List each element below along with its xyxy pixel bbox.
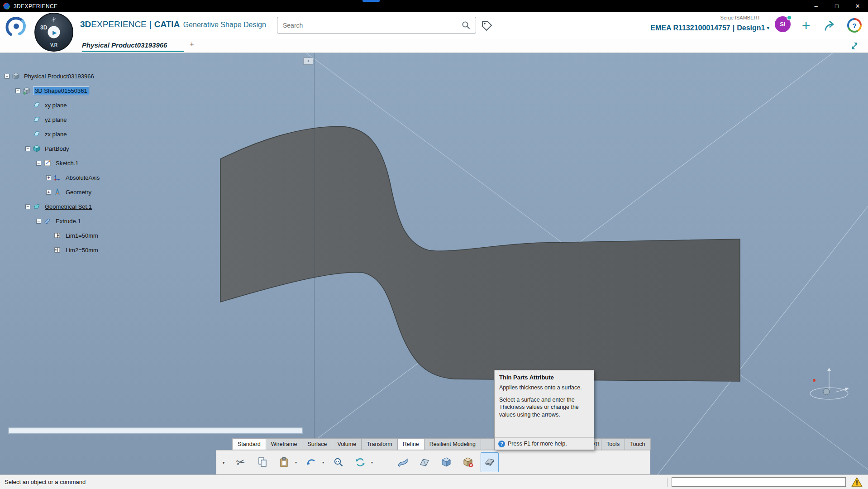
partbody-icon [33,144,41,153]
search-input[interactable] [277,22,457,29]
tree-item-xy-plane[interactable]: xy plane [0,98,101,112]
tree-item-partbody[interactable]: − PartBody [0,141,101,156]
tree-item-label: xy plane [43,101,68,109]
tree-item-label: Sketch.1 [54,159,80,167]
tree-item-geometry[interactable]: + Geometry [0,185,101,199]
copy-button[interactable] [253,452,272,472]
3d-compass-widget[interactable]: 3D ▶ V.R [34,13,73,52]
restore-viewport-icon[interactable] [849,41,860,51]
tab-physical-product[interactable]: Physical Product03193966 [82,39,167,52]
warning-icon[interactable] [851,477,863,487]
extruded-surface[interactable] [220,126,740,381]
tree-item-lim1[interactable]: Lim1=50mm [0,228,101,243]
add-content-button[interactable]: + [797,16,815,35]
undo-dropdown[interactable]: ▾ [320,460,326,465]
compass-play-button[interactable]: ▶ [48,26,60,38]
geometry-icon [53,188,62,196]
cut-button[interactable]: ✂ [232,452,250,472]
tree-item-physical-product[interactable]: − Physical Product03193966 [0,69,101,83]
tree-expander[interactable]: − [25,146,30,151]
ribbon-tab-volume[interactable]: Volume [332,438,362,450]
tenant-selector[interactable]: EMEA R1132100014757|Design1▾ [602,24,769,32]
tree-item-label: Physical Product03193966 [23,72,95,80]
compass-vr-label[interactable]: V.R [50,43,57,48]
dassault-3ds-logo-icon[interactable] [5,14,28,39]
chevron-down-icon[interactable]: ▾ [767,25,769,30]
search-icon[interactable] [457,17,476,33]
tooltip-body-2: Select a surface and enter the Thickness… [499,396,589,419]
document-tabbar: Physical Product03193966 + [0,39,868,53]
tree-item-absolute-axis[interactable]: + AbsoluteAxis [0,170,101,185]
tree-item-geometrical-set[interactable]: − Geometrical Set.1 [0,199,101,214]
sweep-surface-button[interactable] [394,452,412,472]
new-tab-button[interactable]: + [187,40,196,49]
tree-item-label: Geometrical Set.1 [43,203,93,211]
tree-panel-collapse-button[interactable]: ‹ [303,58,313,65]
close-button[interactable]: ✕ [847,0,868,12]
cut-icon: ✂ [235,455,246,469]
command-input[interactable] [672,477,846,487]
ribbon-tab-touch[interactable]: Touch [625,438,650,450]
ribbon-tab-transform[interactable]: Transform [361,438,398,450]
3dexperience-logo-icon [3,3,10,10]
tree-item-zx-plane[interactable]: zx plane [0,127,101,141]
ribbon-tab-surface[interactable]: Surface [302,438,332,450]
maximize-button[interactable]: □ [826,0,847,12]
help-button[interactable]: ? [847,18,862,33]
tag-icon[interactable] [481,19,493,32]
tenant-separator: | [730,24,737,32]
tree-item-extrude-1[interactable]: − Extrude.1 [0,214,101,228]
volume-button[interactable] [437,452,455,472]
update-button[interactable] [351,452,369,472]
remove-volume-button[interactable] [459,452,477,472]
update-dropdown[interactable]: ▾ [369,460,375,465]
avatar[interactable]: SI [775,16,791,32]
share-icon[interactable] [823,19,837,33]
3d-viewport[interactable] [0,53,868,475]
ribbon-tab-standard[interactable]: Standard [232,438,266,450]
brand-module: Generative Shape Design [183,21,266,29]
paste-dropdown[interactable]: ▾ [293,460,299,465]
tree-expander[interactable]: + [46,175,51,180]
tree-expander[interactable]: − [25,204,30,209]
undo-button[interactable] [302,452,320,472]
tree-item-3d-shape[interactable]: − 3D Shape01550361 [0,83,101,98]
ribbon-tab-resilient-modeling[interactable]: Resilient Modeling [424,438,481,450]
volume-cube-icon [440,456,452,468]
titlebar-accent [362,0,380,2]
brand-3d: 3D [80,19,91,29]
zoom-area-button[interactable] [329,452,348,472]
tree-expander[interactable]: − [5,74,10,79]
workspace-label: Design1 [737,24,765,32]
paste-button[interactable] [275,452,293,472]
ribbon-tab-tools[interactable]: Tools [601,438,625,450]
scrollbar-thumb[interactable] [9,428,302,433]
toolbar-overflow-button[interactable]: ▾ [219,460,228,465]
status-message: Select an object or a command [5,479,86,485]
sketch-icon [43,159,52,167]
tree-item-label: AbsoluteAxis [64,174,101,182]
limit-icon [53,231,62,240]
compass-3d-label[interactable]: 3D [40,24,47,31]
volume-cube-delete-icon [462,456,474,468]
ribbon-tab-wireframe[interactable]: Wireframe [266,438,303,450]
blend-surface-button[interactable] [415,452,434,472]
tree-expander[interactable]: − [15,88,20,93]
minimize-button[interactable]: – [806,0,826,12]
extrude-icon [43,217,52,225]
tree-expander[interactable]: − [36,161,41,166]
tree-expander-spacer [25,132,30,137]
active-tab-underline [82,51,184,52]
panel-splitter[interactable] [314,53,315,475]
thin-parts-attribute-button[interactable] [481,452,499,472]
tree-item-yz-plane[interactable]: yz plane [0,112,101,127]
ribbon-tab-refine[interactable]: Refine [397,438,424,450]
tree-expander[interactable]: + [46,190,51,195]
tree-item-label: zx plane [43,130,68,138]
tree-expander[interactable]: − [36,219,41,224]
tree-item-lim2[interactable]: Lim2=50mm [0,243,101,257]
tree-item-label: yz plane [43,116,68,124]
tree-item-sketch-1[interactable]: − Sketch.1 [0,156,101,170]
navigation-compass-widget[interactable] [810,368,849,399]
tree-horizontal-scrollbar[interactable] [8,427,303,435]
